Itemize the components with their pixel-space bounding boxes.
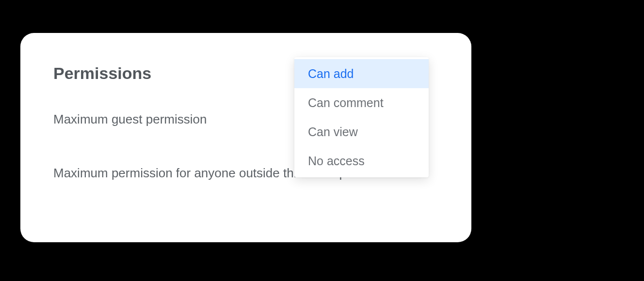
dropdown-option-can-comment[interactable]: Can comment <box>294 88 429 117</box>
dropdown-option-can-add[interactable]: Can add <box>294 59 429 88</box>
dropdown-option-can-view[interactable]: Can view <box>294 117 429 146</box>
permissions-card: Permissions Maximum guest permission Max… <box>20 33 471 242</box>
permission-dropdown[interactable]: Can add Can comment Can view No access <box>294 57 429 177</box>
dropdown-option-no-access[interactable]: No access <box>294 146 429 175</box>
